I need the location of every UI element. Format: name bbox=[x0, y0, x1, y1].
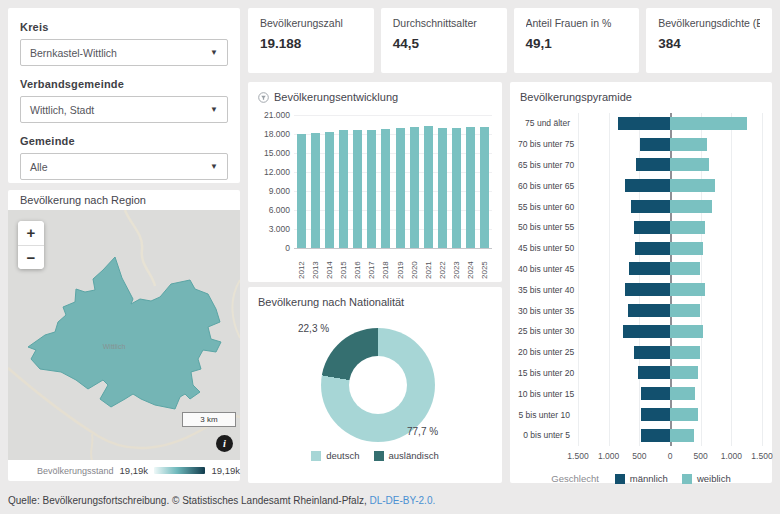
pyramid-bar-male-0[interactable] bbox=[618, 117, 670, 130]
chevron-down-icon: ▼ bbox=[210, 48, 218, 57]
pyramid-bar-male-5[interactable] bbox=[634, 221, 670, 234]
kreis-select[interactable]: Bernkastel-Wittlich ▼ bbox=[20, 39, 228, 66]
gemeinde-label: Gemeinde bbox=[20, 135, 228, 147]
age-group-label: 30 bis unter 35 bbox=[518, 306, 578, 316]
legend-label: ausländisch bbox=[389, 450, 439, 461]
pyramid-bar-female-5[interactable] bbox=[670, 221, 705, 234]
pyramid-bar-female-11[interactable] bbox=[670, 346, 700, 359]
pyramid-row-13: 10 bis unter 15 bbox=[518, 383, 762, 404]
y-tick-label: 0 bbox=[252, 243, 290, 253]
bar-2023[interactable] bbox=[452, 128, 461, 248]
kpi-card-2: Anteil Frauen in %49,1 bbox=[514, 8, 640, 73]
y-tick-label: 21.000 bbox=[252, 110, 290, 120]
pyramid-bar-female-10[interactable] bbox=[670, 325, 703, 338]
bar-2016[interactable] bbox=[353, 130, 362, 248]
pyramid-bar-male-11[interactable] bbox=[634, 346, 670, 359]
legend-item-deutsch[interactable]: deutsch bbox=[311, 450, 359, 461]
age-group-label: 50 bis unter 55 bbox=[518, 222, 578, 232]
verbandsgemeinde-select[interactable]: Wittlich, Stadt ▼ bbox=[20, 96, 228, 123]
legend-item-ausländisch[interactable]: ausländisch bbox=[374, 450, 439, 461]
donut-label-auslaendisch: 22,3 % bbox=[298, 323, 329, 334]
bar-2012[interactable] bbox=[297, 134, 306, 248]
pyramid-bar-male-12[interactable] bbox=[638, 366, 670, 379]
bar-2015[interactable] bbox=[339, 130, 348, 248]
bar-2019[interactable] bbox=[396, 128, 405, 248]
nationality-chart-title: Bevölkerung nach Nationalität bbox=[258, 296, 404, 308]
x-tick-label: 2014 bbox=[325, 251, 334, 279]
nationality-donut[interactable] bbox=[321, 328, 435, 442]
age-group-label: 45 bis unter 50 bbox=[518, 243, 578, 253]
map-panel-title: Bevölkerung nach Region bbox=[8, 190, 240, 210]
pyramid-bar-male-1[interactable] bbox=[640, 138, 670, 151]
pyramid-bar-female-6[interactable] bbox=[670, 242, 703, 255]
pyramid-bar-female-4[interactable] bbox=[670, 200, 712, 213]
map[interactable]: + − Wittlich 3 km i bbox=[8, 210, 240, 460]
map-info-button[interactable]: i bbox=[216, 435, 233, 452]
bar-2024[interactable] bbox=[466, 127, 475, 248]
filter-gemeinde: Gemeinde Alle ▼ bbox=[20, 135, 228, 180]
pyramid-bar-female-2[interactable] bbox=[670, 158, 709, 171]
pyramid-bar-male-9[interactable] bbox=[628, 304, 670, 317]
x-tick-label: 2016 bbox=[353, 251, 362, 279]
bar-2021[interactable] bbox=[424, 126, 433, 248]
license-link[interactable]: DL-DE-BY-2.0. bbox=[369, 495, 435, 506]
pyramid-bar-female-13[interactable] bbox=[670, 387, 695, 400]
pyramid-chart-title: Bevölkerungspyramide bbox=[520, 91, 632, 103]
bar-2013[interactable] bbox=[311, 133, 320, 248]
pyramid-bar-male-15[interactable] bbox=[641, 429, 670, 442]
x-tick-label: 1.000 bbox=[721, 451, 742, 461]
nationality-chart: 22,3 % 77,7 % bbox=[248, 310, 502, 450]
pyramid-bar-female-3[interactable] bbox=[670, 179, 715, 192]
legend-item-weiblich[interactable]: weiblich bbox=[682, 473, 731, 484]
map-region-wittlich[interactable] bbox=[28, 257, 221, 409]
map-zoom-in-button[interactable]: + bbox=[18, 221, 44, 245]
pyramid-row-10: 25 bis unter 30 bbox=[518, 321, 762, 342]
pyramid-bar-male-8[interactable] bbox=[625, 283, 670, 296]
pyramid-rows: 75 und älter70 bis unter 7565 bis unter … bbox=[518, 113, 762, 446]
kreis-label: Kreis bbox=[20, 21, 228, 33]
pyramid-bar-female-15[interactable] bbox=[670, 429, 694, 442]
x-tick-label: 1.000 bbox=[598, 451, 619, 461]
pyramid-row-4: 55 bis unter 60 bbox=[518, 196, 762, 217]
y-tick-label: 18.000 bbox=[252, 129, 290, 139]
bar-2017[interactable] bbox=[367, 130, 376, 248]
x-tick-label: 2025 bbox=[480, 251, 489, 279]
chevron-down-icon: ▼ bbox=[210, 162, 218, 171]
pyramid-bar-male-4[interactable] bbox=[631, 200, 670, 213]
pyramid-row-12: 15 bis unter 20 bbox=[518, 363, 762, 384]
trend-chart-title: Bevölkerungsentwicklung bbox=[274, 91, 398, 103]
kpi-label: Durchschnittsalter bbox=[393, 17, 495, 29]
x-tick-label: 2015 bbox=[339, 251, 348, 279]
pyramid-bar-male-3[interactable] bbox=[625, 179, 670, 192]
y-tick-label: 9.000 bbox=[252, 186, 290, 196]
age-group-label: 35 bis unter 40 bbox=[518, 285, 578, 295]
pyramid-bar-male-2[interactable] bbox=[636, 158, 670, 171]
gemeinde-select[interactable]: Alle ▼ bbox=[20, 153, 228, 180]
pyramid-bar-female-9[interactable] bbox=[670, 304, 700, 317]
pyramid-bar-female-8[interactable] bbox=[670, 283, 705, 296]
pyramid-bar-male-7[interactable] bbox=[629, 262, 670, 275]
map-zoom-out-button[interactable]: − bbox=[18, 245, 44, 269]
pyramid-bar-male-14[interactable] bbox=[641, 408, 670, 421]
x-tick-label: 2023 bbox=[452, 251, 461, 279]
pyramid-bar-female-14[interactable] bbox=[670, 408, 698, 421]
pyramid-bar-female-7[interactable] bbox=[670, 262, 700, 275]
bar-2025[interactable] bbox=[480, 127, 489, 249]
pyramid-bar-female-1[interactable] bbox=[670, 138, 707, 151]
legend-swatch bbox=[682, 474, 692, 484]
legend-swatch bbox=[311, 451, 321, 461]
legend-item-männlich[interactable]: männlich bbox=[615, 473, 668, 484]
pyramid-bar-female-0[interactable] bbox=[670, 117, 747, 130]
map-legend-label: Bevölkerungsstand bbox=[37, 466, 114, 476]
pyramid-x-axis: 1.5001.00050005001.0001.500 bbox=[518, 450, 762, 464]
bar-2014[interactable] bbox=[325, 132, 334, 248]
pyramid-bar-male-6[interactable] bbox=[635, 242, 670, 255]
bar-2018[interactable] bbox=[381, 129, 390, 248]
pyramid-bar-male-10[interactable] bbox=[623, 325, 670, 338]
x-tick-label: 2019 bbox=[396, 251, 405, 279]
pyramid-bar-female-12[interactable] bbox=[670, 366, 698, 379]
bar-2020[interactable] bbox=[410, 127, 419, 248]
pyramid-bar-male-13[interactable] bbox=[641, 387, 670, 400]
x-tick-label: 2012 bbox=[297, 251, 306, 279]
bar-2022[interactable] bbox=[438, 128, 447, 248]
